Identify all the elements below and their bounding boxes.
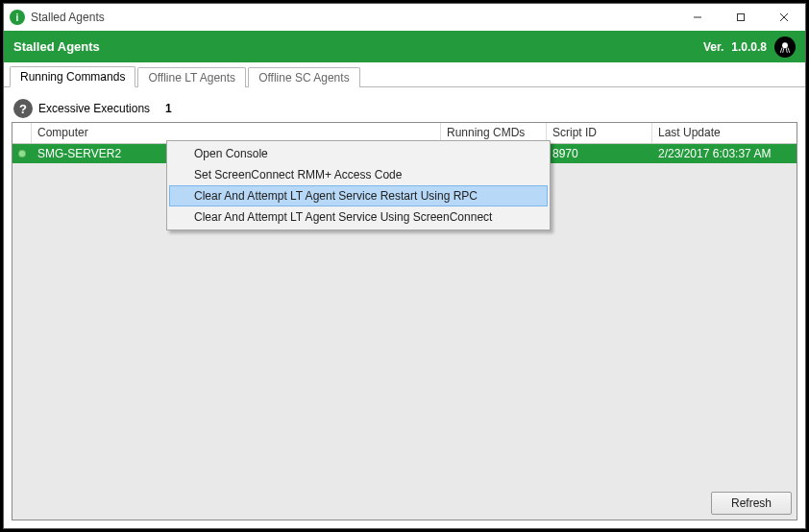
app-icon — [10, 10, 25, 25]
toolbar: ? Excessive Executions 1 — [12, 95, 797, 122]
banner-title: Stalled Agents — [13, 39, 703, 54]
tab-label: Offline LT Agents — [148, 71, 235, 85]
col-label: Script ID — [552, 126, 597, 139]
col-label: Last Update — [658, 126, 721, 139]
data-grid: Computer Running CMDs Script ID Last Upd… — [12, 122, 797, 520]
app-window: Stalled Agents Stalled Agents Ver. 1.0.0… — [3, 3, 806, 529]
maximize-button[interactable] — [719, 4, 762, 31]
tab-offline-sc-agents[interactable]: Offline SC Agents — [248, 67, 360, 87]
menu-item-set-access-code[interactable]: Set ScreenConnect RMM+ Access Code — [169, 164, 548, 185]
refresh-button[interactable]: Refresh — [711, 492, 792, 515]
version-value: 1.0.0.8 — [731, 40, 767, 54]
tab-content: ? Excessive Executions 1 Computer Runnin… — [4, 87, 805, 528]
window-controls — [675, 4, 805, 31]
squid-icon — [778, 40, 792, 54]
minimize-icon — [693, 12, 702, 22]
menu-item-restart-rpc[interactable]: Clear And Attempt LT Agent Service Resta… — [169, 185, 548, 206]
menu-item-label: Open Console — [194, 147, 268, 160]
tab-label: Running Commands — [20, 70, 125, 84]
context-menu: Open Console Set ScreenConnect RMM+ Acce… — [166, 140, 551, 230]
col-script-id[interactable]: Script ID — [547, 123, 652, 143]
help-icon[interactable]: ? — [13, 99, 33, 118]
button-label: Refresh — [731, 496, 772, 510]
banner: Stalled Agents Ver. 1.0.0.8 — [4, 31, 805, 62]
menu-item-label: Clear And Attempt LT Agent Service Resta… — [194, 189, 478, 203]
close-button[interactable] — [762, 4, 805, 31]
menu-item-restart-screenconnect[interactable]: Clear And Attempt LT Agent Service Using… — [169, 206, 548, 228]
svg-rect-1 — [737, 14, 744, 21]
bottom-bar: Refresh — [711, 492, 792, 515]
close-icon — [779, 12, 789, 22]
menu-item-open-console[interactable]: Open Console — [169, 143, 548, 164]
col-status[interactable] — [12, 123, 32, 143]
maximize-icon — [736, 12, 746, 22]
titlebar: Stalled Agents — [4, 4, 805, 31]
minimize-button[interactable] — [675, 4, 719, 31]
tab-running-commands[interactable]: Running Commands — [10, 66, 135, 87]
cell-status — [12, 148, 32, 159]
version-label: Ver. — [703, 40, 723, 54]
col-label: Computer — [37, 126, 88, 139]
status-dot-icon — [18, 150, 26, 157]
toolbar-label: Excessive Executions — [38, 102, 150, 115]
menu-item-label: Clear And Attempt LT Agent Service Using… — [194, 210, 492, 224]
window-title: Stalled Agents — [31, 11, 675, 24]
cell-last-update: 2/23/2017 6:03:37 AM — [652, 145, 797, 162]
col-label: Running CMDs — [447, 126, 525, 139]
tab-offline-lt-agents[interactable]: Offline LT Agents — [137, 67, 246, 87]
toolbar-count: 1 — [165, 102, 172, 115]
brand-logo — [774, 36, 796, 58]
menu-item-label: Set ScreenConnect RMM+ Access Code — [194, 168, 402, 181]
tab-label: Offline SC Agents — [258, 71, 350, 85]
tabstrip: Running Commands Offline LT Agents Offli… — [4, 66, 805, 87]
cell-script-id: 8970 — [547, 145, 652, 162]
svg-point-4 — [782, 42, 788, 48]
col-last-update[interactable]: Last Update — [652, 123, 797, 143]
